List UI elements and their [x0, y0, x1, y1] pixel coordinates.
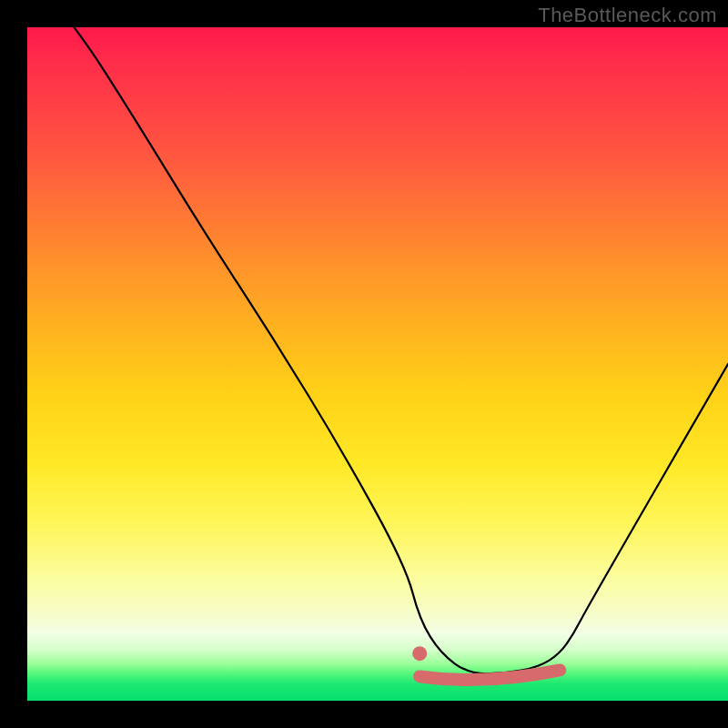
- plot-area: [27, 27, 728, 701]
- optimal-band-dot: [412, 646, 427, 661]
- bottleneck-curve-path: [27, 27, 728, 673]
- chart-frame: TheBottleneck.com: [0, 0, 728, 728]
- optimal-band: [420, 670, 560, 679]
- curve-layer: [27, 27, 728, 701]
- attribution-label: TheBottleneck.com: [538, 4, 717, 27]
